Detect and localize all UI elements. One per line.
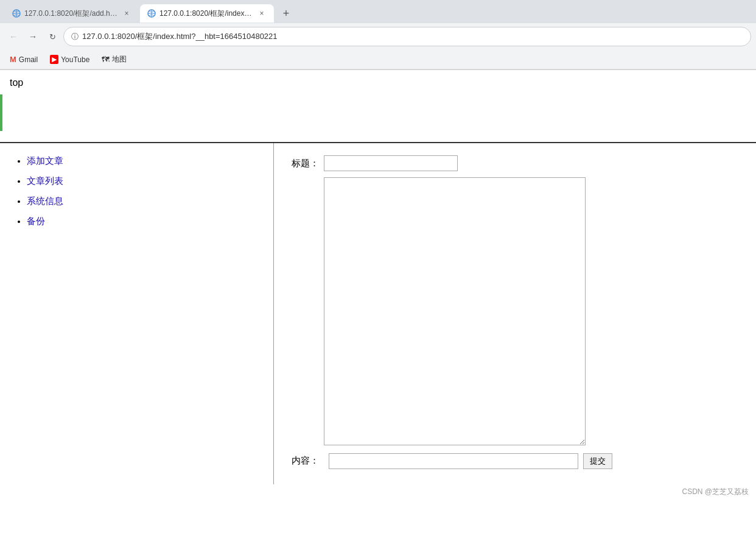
reload-button[interactable]: ↻: [44, 28, 61, 45]
lock-icon: ⓘ: [71, 32, 79, 42]
content-frame: 标题： 内容： 提交: [274, 143, 756, 484]
content-label: 内容：: [289, 455, 319, 467]
left-accent: [0, 94, 2, 131]
tab-bar: 127.0.0.1:8020/框架/add.html? × 127.0.0.1:…: [0, 0, 756, 23]
tab2-title: 127.0.0.1:8020/框架/index.htm: [159, 9, 253, 19]
new-tab-button[interactable]: +: [278, 5, 295, 22]
sidebar-item-system-info: 系统信息: [27, 196, 259, 207]
tab2-favicon: [147, 9, 156, 18]
content-textarea-main[interactable]: [324, 177, 586, 445]
browser-chrome: 127.0.0.1:8020/框架/add.html? × 127.0.0.1:…: [0, 0, 756, 70]
sidebar-item-backup: 备份: [27, 216, 259, 227]
tab1-close[interactable]: ×: [122, 9, 131, 18]
submit-button[interactable]: 提交: [583, 453, 612, 469]
title-label: 标题：: [289, 158, 319, 169]
maps-label: 地图: [112, 54, 127, 65]
sidebar-item-add-article: 添加文章: [27, 155, 259, 167]
top-frame-text: top: [10, 77, 23, 88]
sidebar-item-article-list: 文章列表: [27, 175, 259, 187]
tab-1[interactable]: 127.0.0.1:8020/框架/add.html? ×: [5, 4, 139, 23]
page-footer: CSDN @芝芝又荔枝: [0, 484, 756, 500]
bookmark-youtube[interactable]: ▶ YouTube: [45, 53, 94, 66]
tab-2[interactable]: 127.0.0.1:8020/框架/index.htm ×: [140, 4, 274, 23]
tab1-title: 127.0.0.1:8020/框架/add.html?: [24, 9, 118, 19]
bookmark-gmail[interactable]: M Gmail: [5, 53, 43, 66]
content-form-row: 内容： 提交: [289, 453, 741, 469]
youtube-icon: ▶: [50, 55, 58, 64]
youtube-label: YouTube: [61, 55, 89, 64]
gmail-icon: M: [10, 55, 16, 64]
add-article-link[interactable]: 添加文章: [27, 155, 63, 166]
content-input-small[interactable]: [329, 453, 578, 469]
backup-link[interactable]: 备份: [27, 216, 45, 226]
bookmarks-bar: M Gmail ▶ YouTube 🗺 地图: [0, 50, 756, 69]
system-info-link[interactable]: 系统信息: [27, 196, 63, 206]
forward-button[interactable]: →: [24, 28, 41, 45]
article-list-link[interactable]: 文章列表: [27, 175, 63, 186]
url-input[interactable]: [82, 32, 743, 41]
tab2-close[interactable]: ×: [257, 9, 267, 18]
gmail-label: Gmail: [19, 55, 38, 64]
page-content: top 添加文章 文章列表 系统信息 备份: [0, 70, 756, 500]
maps-icon: 🗺: [102, 55, 110, 64]
bookmark-maps[interactable]: 🗺 地图: [97, 52, 131, 66]
sidebar-nav: 添加文章 文章列表 系统信息 备份: [15, 155, 259, 227]
sidebar-frame: 添加文章 文章列表 系统信息 备份: [0, 143, 274, 484]
tab1-favicon: [12, 9, 21, 18]
navigation-toolbar: ← → ↻ ⓘ: [0, 23, 756, 50]
top-frame: top: [0, 70, 756, 143]
title-form-row: 标题：: [289, 155, 741, 171]
footer-text: CSDN @芝芝又荔枝: [682, 487, 749, 496]
title-input[interactable]: [324, 155, 458, 171]
main-frame: 添加文章 文章列表 系统信息 备份 标题：: [0, 143, 756, 484]
address-bar[interactable]: ⓘ: [63, 27, 751, 46]
back-button[interactable]: ←: [5, 28, 22, 45]
